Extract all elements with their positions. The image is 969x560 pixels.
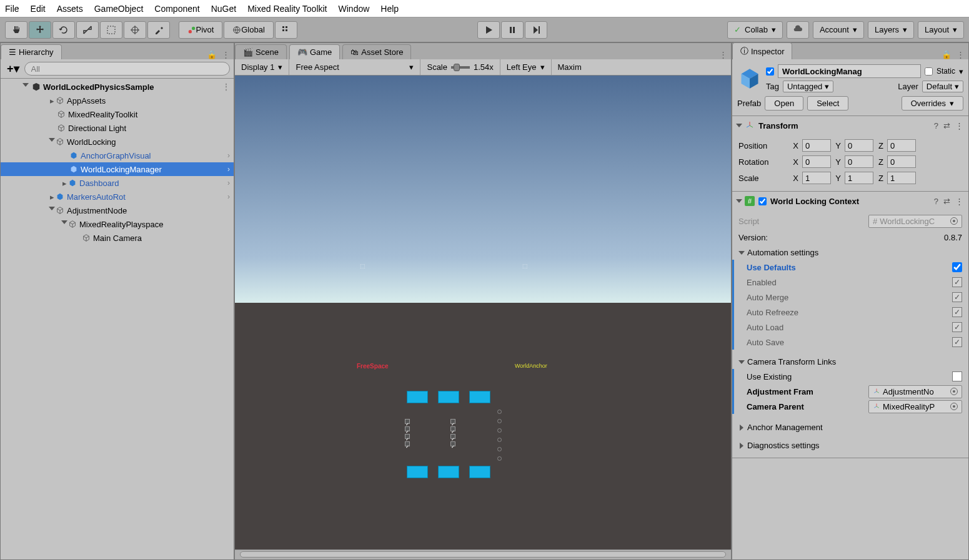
row-dirlight[interactable]: Directional Light	[1, 121, 234, 135]
pos-y[interactable]	[845, 139, 873, 152]
row-adjustment[interactable]: AdjustmentNode	[1, 204, 234, 217]
vp-check-7[interactable]	[450, 434, 455, 439]
rotate-tool[interactable]	[52, 21, 75, 39]
use-defaults-checkbox[interactable]	[952, 262, 962, 272]
cam-parent-field[interactable]: MixedRealityP	[868, 400, 962, 413]
row-appassets[interactable]: ▸AppAssets	[1, 94, 234, 107]
vp-check-3[interactable]	[405, 434, 411, 439]
vp-radio-5[interactable]	[497, 447, 502, 451]
viewport-scrollbar[interactable]	[235, 549, 731, 559]
rect-tool[interactable]	[100, 21, 122, 39]
prefab-select-button[interactable]: Select	[807, 96, 848, 111]
menu-help[interactable]: Help	[380, 4, 399, 14]
menu-mrtk[interactable]: Mixed Reality Toolkit	[247, 4, 327, 14]
vp-radio-4[interactable]	[497, 438, 502, 442]
static-dropdown[interactable]: ▾	[959, 67, 963, 76]
vp-check-2[interactable]	[405, 426, 411, 431]
hierarchy-search-input[interactable]	[24, 62, 230, 76]
wlc-enabled-checkbox[interactable]	[758, 197, 767, 205]
preset-icon[interactable]: ⇄	[943, 121, 950, 130]
script-field[interactable]: #WorldLockingC	[868, 215, 962, 228]
vp-button-2[interactable]	[438, 391, 459, 403]
account-dropdown[interactable]: Account▾	[813, 21, 864, 39]
help-icon[interactable]: ?	[934, 121, 938, 130]
gameobject-enabled-checkbox[interactable]	[766, 67, 774, 76]
tab-scene[interactable]: 🎬Scene	[235, 44, 287, 59]
custom-tool[interactable]	[147, 21, 170, 39]
tab-inspector[interactable]: ⓘInspector	[732, 42, 792, 59]
gameobject-type-icon[interactable]	[737, 66, 762, 91]
scale-slider[interactable]: Scale1.54x	[420, 59, 500, 75]
pos-x[interactable]	[802, 139, 831, 152]
row-wlm[interactable]: WorldLockingManager›	[1, 162, 234, 176]
transform-header[interactable]: Transform ?⇄⋮	[732, 116, 968, 135]
layer-dropdown[interactable]: Default▾	[922, 81, 963, 92]
menu-window[interactable]: Window	[339, 4, 370, 14]
global-toggle[interactable]: Global	[224, 21, 274, 39]
snap-toggle[interactable]	[275, 21, 297, 39]
vp-check-4[interactable]	[405, 441, 411, 446]
pivot-toggle[interactable]: Pivot	[179, 21, 222, 39]
cloud-button[interactable]	[787, 21, 809, 39]
pos-z[interactable]	[887, 139, 916, 152]
adj-frame-field[interactable]: AdjustmentNo	[868, 385, 962, 398]
prefab-open-button[interactable]: Open	[765, 96, 803, 111]
row-anchorgraph[interactable]: AnchorGraphVisual›	[1, 149, 234, 162]
wlc-header[interactable]: # World Locking Context ?⇄⋮	[732, 192, 968, 210]
vp-radio-6[interactable]	[497, 456, 502, 461]
layers-dropdown[interactable]: Layers▾	[868, 21, 914, 39]
vp-check-6[interactable]	[450, 426, 455, 431]
gameobject-name-field[interactable]	[778, 64, 921, 78]
panel-menu-icon[interactable]: ⋮	[222, 50, 230, 59]
anchor-mgmt-header[interactable]: Anchor Management	[738, 420, 962, 435]
menu-component[interactable]: Component	[154, 4, 199, 14]
eye-dropdown[interactable]: Left Eye▾	[500, 59, 552, 75]
scale-tool[interactable]	[76, 21, 99, 39]
vp-button-6[interactable]	[469, 466, 490, 478]
use-existing-checkbox[interactable]	[952, 371, 962, 381]
row-playspace[interactable]: MixedRealityPlayspace	[1, 217, 234, 231]
vp-radio-3[interactable]	[497, 428, 502, 433]
panel-lock-icon[interactable]: 🔒	[207, 50, 217, 59]
menu-gameobject[interactable]: GameObject	[94, 4, 144, 14]
pause-button[interactable]	[501, 21, 524, 39]
layout-dropdown[interactable]: Layout▾	[918, 21, 964, 39]
step-button[interactable]	[525, 21, 547, 39]
play-button[interactable]	[477, 21, 500, 39]
prefab-overrides-dropdown[interactable]: Overrides▾	[902, 96, 963, 111]
move-tool[interactable]	[29, 21, 51, 39]
vp-check-5[interactable]	[450, 419, 455, 424]
ctl-header[interactable]: Camera Transform Links	[738, 355, 962, 369]
help-icon[interactable]: ?	[934, 197, 938, 206]
row-mrtk[interactable]: MixedRealityToolkit	[1, 107, 234, 121]
diag-header[interactable]: Diagnostics settings	[738, 438, 962, 453]
panel-menu-icon[interactable]: ⋮	[957, 50, 965, 59]
scale-y[interactable]	[845, 172, 873, 184]
menu-file[interactable]: File	[5, 4, 19, 14]
component-menu-icon[interactable]: ⋮	[955, 197, 963, 206]
row-markers[interactable]: ▸MarkersAutoRot›	[1, 190, 234, 204]
tab-asset-store[interactable]: 🛍Asset Store	[342, 44, 411, 59]
automation-header[interactable]: Automation settings	[738, 245, 962, 260]
row-dashboard[interactable]: ▸Dashboard›	[1, 176, 234, 190]
menu-nuget[interactable]: NuGet	[211, 4, 236, 14]
vp-button-4[interactable]	[407, 466, 428, 478]
tab-hierarchy[interactable]: ☰ Hierarchy	[1, 44, 62, 59]
rot-y[interactable]	[845, 155, 873, 168]
scene-row[interactable]: WorldLockedPhysicsSample ⋮	[1, 80, 234, 94]
aspect-dropdown[interactable]: Free Aspect▾	[289, 59, 420, 75]
vp-button-3[interactable]	[469, 391, 490, 403]
vp-button-1[interactable]	[407, 391, 428, 403]
tag-dropdown[interactable]: Untagged▾	[783, 81, 833, 92]
menu-edit[interactable]: Edit	[31, 4, 46, 14]
maximize-toggle[interactable]: Maxim	[552, 59, 588, 75]
panel-lock-icon[interactable]: 🔒	[942, 50, 952, 59]
static-checkbox[interactable]	[925, 67, 933, 76]
collab-dropdown[interactable]: ✓Collab▾	[727, 21, 783, 39]
row-camera[interactable]: Main Camera	[1, 231, 234, 245]
component-menu-icon[interactable]: ⋮	[955, 121, 963, 130]
preset-icon[interactable]: ⇄	[943, 197, 950, 206]
tab-game[interactable]: 🎮Game	[289, 44, 340, 59]
vp-check-8[interactable]	[450, 441, 455, 446]
vp-check-1[interactable]	[405, 419, 411, 424]
